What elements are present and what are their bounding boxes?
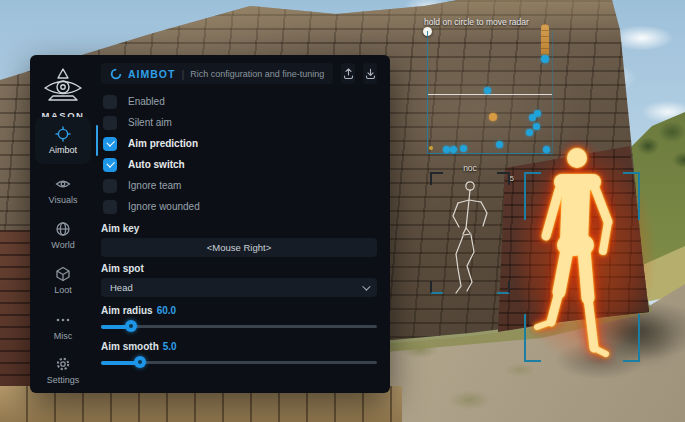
esp-corner-bottom-left (524, 314, 541, 362)
checkbox-list: Enabled Silent aim Aim prediction Auto s… (101, 91, 377, 217)
sidebar-item-label: Loot (35, 285, 91, 295)
chevron-down-icon (362, 282, 370, 290)
checkbox[interactable] (103, 137, 117, 151)
radar: hold on circle to move radar (422, 17, 557, 157)
aim-radius-control: Aim radius60.0 (101, 305, 377, 333)
checkbox-row-enabled[interactable]: Enabled (101, 91, 377, 112)
esp-player-distance: 5 (510, 174, 514, 183)
checkbox[interactable] (103, 200, 117, 214)
skeleton-bones (430, 172, 510, 294)
aim-key-button[interactable]: <Mouse Right> (101, 238, 377, 257)
export-config-button[interactable] (363, 63, 377, 84)
brand-logo-block: MASON (30, 67, 96, 121)
checkbox[interactable] (103, 179, 117, 193)
aim-radius-slider[interactable] (101, 319, 377, 333)
menu-content: AIMBOT | Rich configuration and fine-tun… (96, 55, 390, 393)
marker-dot (541, 55, 549, 63)
sidebar-item-label: Misc (35, 331, 91, 341)
radar-dot (496, 141, 503, 148)
aim-smooth-value: 5.0 (163, 341, 177, 352)
checkbox-row-silent-aim[interactable]: Silent aim (101, 112, 377, 133)
crosshair-icon (35, 126, 91, 142)
sidebar-item-aimbot[interactable]: Aimbot (35, 117, 91, 164)
aim-spot-label: Aim spot (101, 263, 377, 274)
sidebar-item-label: Settings (35, 375, 91, 385)
checkbox[interactable] (103, 95, 117, 109)
world-marker (541, 24, 550, 68)
player-esp-box (524, 172, 640, 362)
sidebar-item-label: Visuals (35, 195, 91, 205)
aim-spot-select[interactable]: Head (101, 278, 377, 297)
radar-dot (529, 114, 536, 121)
radar-dot (543, 146, 550, 153)
page-subtitle: Rich configuration and fine-tuning (190, 69, 324, 79)
title-divider: | (181, 68, 184, 80)
esp-corner-top-left (524, 172, 541, 220)
sidebar-item-visuals[interactable]: Visuals (35, 176, 91, 205)
gear-icon (35, 356, 91, 372)
upload-icon (342, 67, 355, 80)
aim-key-label: Aim key (101, 223, 377, 234)
radar-dot (460, 145, 467, 152)
sidebar-item-world[interactable]: World (35, 221, 91, 250)
slider-handle[interactable] (134, 356, 146, 368)
mason-eye-logo (41, 67, 85, 103)
sidebar-item-settings[interactable]: Settings (35, 356, 91, 385)
radar-hint-text: hold on circle to move radar (424, 17, 529, 27)
radar-dot (429, 146, 433, 150)
aim-radius-value: 60.0 (157, 305, 176, 316)
aim-smooth-slider[interactable] (101, 355, 377, 369)
sidebar-item-loot[interactable]: Loot (35, 266, 91, 295)
radar-dot (450, 146, 457, 153)
checkbox-row-ignore-wounded[interactable]: Ignore wounded (101, 196, 377, 217)
sidebar: MASON Aimbot Visuals (30, 55, 96, 393)
checkbox-row-auto-switch[interactable]: Auto switch (101, 154, 377, 175)
checkbox-row-ignore-team[interactable]: Ignore team (101, 175, 377, 196)
skeleton-esp: noc 5 (430, 163, 510, 296)
ellipsis-icon (35, 312, 91, 328)
page-title: AIMBOT (128, 68, 175, 80)
aim-radius-label: Aim radius (101, 305, 153, 316)
radar-dot (526, 129, 533, 136)
sidebar-item-label: Aimbot (35, 145, 91, 155)
radar-dot (489, 113, 497, 121)
radar-dot (484, 87, 491, 94)
aim-smooth-control: Aim smooth5.0 (101, 341, 377, 369)
game-screen: noc 5 hold on circle to move r (0, 0, 685, 422)
esp-corner-top-right (623, 172, 640, 220)
checkbox-row-aim-prediction[interactable]: Aim prediction (101, 133, 377, 154)
radar-dot (443, 146, 450, 153)
marker-bar (541, 24, 549, 57)
download-icon (364, 67, 377, 80)
cheat-menu-window: MASON Aimbot Visuals (30, 55, 390, 393)
sidebar-item-misc[interactable]: Misc (35, 312, 91, 341)
slider-handle[interactable] (125, 320, 137, 332)
globe-icon (35, 221, 91, 237)
sidebar-item-label: World (35, 240, 91, 250)
aim-smooth-label: Aim smooth (101, 341, 159, 352)
tab-title-bar: AIMBOT | Rich configuration and fine-tun… (101, 63, 333, 84)
aim-spot-value: Head (110, 282, 362, 293)
tab-header: AIMBOT | Rich configuration and fine-tun… (101, 63, 377, 84)
eye-icon (35, 176, 91, 192)
spinner-icon (110, 68, 122, 80)
esp-corner-bottom-right (623, 314, 640, 362)
import-config-button[interactable] (341, 63, 355, 84)
checkbox[interactable] (103, 116, 117, 130)
slider-track (101, 325, 377, 328)
cube-icon (35, 266, 91, 282)
checkbox[interactable] (103, 158, 117, 172)
radar-dot (533, 123, 540, 130)
radar-axis-line (428, 94, 552, 95)
